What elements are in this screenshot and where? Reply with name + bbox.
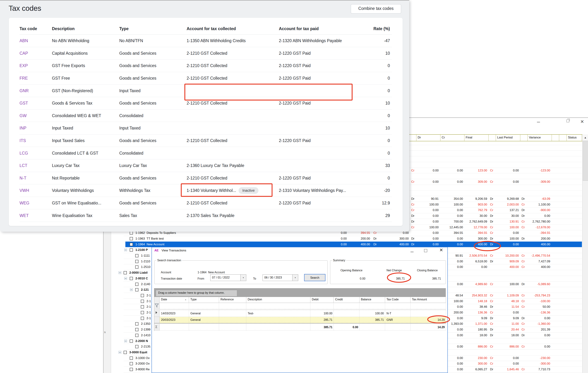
tree-item-label[interactable]: 2-2000 N	[136, 339, 148, 343]
filter-cell[interactable]	[160, 303, 189, 309]
tree-item-label[interactable]: 1-2110	[141, 260, 150, 263]
tree-checkbox[interactable]	[130, 340, 133, 343]
scroll-up-icon[interactable]: ▲	[582, 134, 588, 141]
tree-checkbox[interactable]	[135, 328, 138, 331]
tax-code-link[interactable]: LCG	[20, 147, 28, 159]
tree-checkbox[interactable]	[141, 300, 144, 303]
tax-code-link[interactable]: LCT	[20, 159, 27, 172]
tree-item-label[interactable]: 3-0000 Equit	[129, 351, 147, 354]
tree-checkbox[interactable]	[135, 345, 138, 348]
tree-item-label[interactable]: 1-1962 Deposits To Suppliers	[136, 231, 176, 235]
tax-code-link[interactable]: WEG	[20, 197, 29, 209]
tax-code-link[interactable]: N-T	[20, 172, 26, 185]
tree-item-label[interactable]: 2-0010 C	[136, 277, 148, 280]
grid-column-header[interactable]: Debit	[310, 297, 334, 303]
tree-item-label[interactable]: 2-1	[147, 305, 151, 309]
tree-checkbox[interactable]	[130, 231, 133, 235]
tree-item-label[interactable]: 1-1111	[141, 254, 150, 258]
tree-expander-icon[interactable]	[119, 271, 121, 274]
filter-cell[interactable]	[385, 303, 410, 309]
chevron-down-icon[interactable]: ▼	[292, 274, 298, 281]
tree-checkbox[interactable]	[130, 368, 133, 371]
tax-code-link[interactable]: GST	[20, 97, 28, 110]
tree-checkbox[interactable]	[135, 334, 138, 337]
tree-item-label[interactable]: 3-2000 Ov	[136, 362, 149, 365]
search-button[interactable]: Search	[304, 274, 326, 281]
tax-code-link[interactable]: GW	[20, 110, 27, 122]
tree-checkbox[interactable]	[135, 254, 138, 257]
tree-item-label[interactable]: 2-1350	[141, 322, 150, 326]
tax-code-link[interactable]: INP	[20, 122, 26, 134]
grid-column-header[interactable]: Description	[246, 297, 310, 303]
tree-item-label[interactable]: 2-1399	[141, 328, 150, 331]
tree-checkbox[interactable]	[135, 322, 138, 326]
tree-expander-icon[interactable]	[124, 340, 127, 342]
tax-code-link[interactable]: WET	[20, 209, 29, 222]
grid-column-header[interactable]: Balance	[359, 297, 385, 303]
tree-item-label[interactable]: 2-1410	[141, 334, 150, 337]
filter-cell[interactable]	[189, 303, 219, 309]
tax-code-link[interactable]: VWH	[20, 184, 29, 197]
tree-checkbox[interactable]	[141, 305, 144, 308]
to-date-field[interactable]: 06 / 30 / 2023 ▼	[262, 274, 298, 281]
tree-checkbox[interactable]	[130, 243, 133, 246]
tree-item-label[interactable]: 1-2510	[141, 265, 150, 269]
filter-cell[interactable]	[359, 303, 385, 309]
grid-column-header[interactable]: Credit	[334, 297, 359, 303]
tree-checkbox[interactable]	[124, 271, 127, 274]
scrollbar-thumb[interactable]	[583, 141, 588, 181]
tax-code-link[interactable]: FRE	[20, 72, 28, 85]
tree-checkbox[interactable]	[130, 357, 133, 360]
tree-checkbox[interactable]	[130, 362, 133, 365]
tree-item-label[interactable]: 2-1	[147, 317, 151, 320]
tree-item-label[interactable]: 2-1	[147, 299, 151, 303]
filter-cell[interactable]	[334, 303, 359, 309]
tree-checkbox[interactable]	[135, 265, 138, 269]
tree-checkbox[interactable]	[135, 288, 138, 291]
tree-checkbox[interactable]	[135, 283, 138, 286]
tree-checkbox[interactable]	[130, 248, 133, 252]
maximize-icon[interactable]	[424, 249, 427, 252]
tree-checkbox[interactable]	[124, 351, 127, 354]
tree-checkbox[interactable]	[141, 294, 144, 297]
grid-column-header[interactable]: Tax Code	[385, 297, 410, 303]
tax-code-link[interactable]: EXP	[20, 60, 28, 72]
tax-code-link[interactable]: ITS	[20, 134, 26, 147]
from-date-field[interactable]: 07 / 01 / 2022 ▼	[210, 274, 246, 281]
tree-checkbox[interactable]	[130, 237, 133, 240]
tree-item-label[interactable]: 1-2100 P	[136, 248, 148, 252]
tree-checkbox[interactable]	[141, 317, 144, 320]
grid-column-header[interactable]: Reference	[219, 297, 246, 303]
tree-checkbox[interactable]	[135, 260, 138, 263]
tree-item-label[interactable]: 2-2135	[141, 345, 150, 348]
grid-column-header[interactable]: Tax Amount	[410, 297, 446, 303]
tree-item-label[interactable]: 3-8000 Re	[136, 368, 149, 371]
tree-checkbox[interactable]	[141, 311, 144, 314]
tree-item-label[interactable]: 2-0000 Liabil	[129, 271, 147, 274]
grid-column-header[interactable]: Type	[189, 297, 219, 303]
tree-item-label[interactable]: 2-1140	[141, 283, 150, 286]
filter-cell[interactable]	[219, 303, 246, 309]
tax-code-link[interactable]: GNR	[20, 85, 29, 97]
tree-item-label[interactable]: 3-1000 Ov	[136, 356, 149, 360]
grid-column-header[interactable]: Date▲	[160, 297, 189, 303]
tree-expander-icon[interactable]	[124, 249, 127, 251]
tree-item-label[interactable]: 1-1963 TT Bank test	[136, 237, 164, 241]
minimize-icon[interactable]	[410, 250, 414, 252]
filter-cell[interactable]	[410, 303, 446, 309]
tax-code-link[interactable]: CAP	[20, 47, 28, 60]
tree-expander-icon[interactable]	[119, 351, 121, 354]
vertical-scrollbar[interactable]: ▲	[582, 134, 588, 373]
filter-cell[interactable]	[246, 303, 310, 309]
tree-expander-icon[interactable]	[130, 288, 133, 291]
chevron-down-icon[interactable]: ▼	[240, 274, 246, 281]
tree-item-label[interactable]: 2-1	[147, 294, 151, 297]
tree-item-label[interactable]: 2-121	[141, 288, 149, 292]
tree-item-label[interactable]: 2-1	[147, 311, 151, 314]
tax-code-link[interactable]: ABN	[20, 35, 28, 47]
tree-item-label[interactable]: 1-1964 New Account	[136, 243, 164, 246]
tree-expander-icon[interactable]	[124, 277, 127, 280]
tree-checkbox[interactable]	[130, 277, 133, 280]
filter-cell[interactable]	[310, 303, 334, 309]
close-icon[interactable]: ✕	[439, 248, 443, 252]
